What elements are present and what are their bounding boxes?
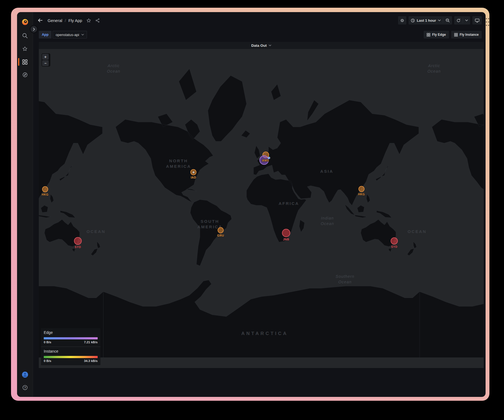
refresh-group [454, 16, 470, 24]
map-marker-iad-inner-dot [193, 171, 195, 173]
map-marker-ams[interactable] [259, 155, 269, 165]
map-marker-hkg[interactable] [358, 186, 365, 192]
main-area: General / Fly App [33, 12, 486, 397]
window-frame: ? General / Fly App [11, 8, 489, 401]
sidebar-item-dashboards[interactable] [17, 59, 33, 65]
apps-grid-icon [427, 33, 430, 37]
map-marker-label-hkg-west: HKG [42, 193, 49, 196]
avatar-icon [22, 371, 28, 378]
link-label: Fly Edge [432, 33, 446, 37]
geomap-panel: Data Out Arctic OceanArctic OceanNORTH A… [39, 42, 484, 368]
variable-value-text: openstatus-api [56, 33, 79, 37]
map-marker-jnb[interactable] [282, 229, 290, 237]
map-marker-ams-edge[interactable] [268, 157, 270, 159]
legend-instance: Instance0 B/s34.3 kB/s [41, 347, 100, 365]
back-button[interactable] [37, 17, 43, 23]
chevron-down-icon [269, 45, 271, 46]
zoom-out-button[interactable]: − [42, 60, 49, 66]
template-variable-app: App openstatus-api [39, 31, 87, 39]
desktop-background: ? General / Fly App [0, 0, 504, 420]
dashboard-subbar: App openstatus-api Fly Edge [33, 29, 486, 41]
dashboard-links: Fly Edge Fly Instance [424, 31, 482, 39]
star-outline-icon [86, 18, 91, 23]
legend-minmax: 0 B/s7.21 kB/s [44, 341, 98, 344]
map-marker-syd[interactable] [391, 237, 398, 245]
legend-title: Instance [44, 349, 98, 353]
time-range-label: Last 1 hour [417, 18, 436, 23]
time-zoom-out-button[interactable] [443, 16, 452, 24]
share-button[interactable] [95, 18, 100, 23]
breadcrumb-separator: / [65, 18, 66, 23]
legend-min: 0 B/s [44, 359, 51, 363]
variable-value-dropdown[interactable]: openstatus-api [53, 31, 87, 39]
map-marker-hkg-west[interactable] [42, 186, 48, 192]
sidebar-item-starred[interactable] [17, 46, 33, 51]
breadcrumb-folder[interactable]: General [48, 18, 62, 23]
refresh-icon [456, 18, 461, 23]
link-fly-instance[interactable]: Fly Instance [451, 31, 482, 39]
gear-icon [400, 18, 404, 23]
map-marker-label-hkg: HKG [358, 193, 365, 196]
chevron-down-icon [81, 34, 84, 35]
link-label: Fly Instance [460, 33, 479, 37]
star-icon [22, 46, 28, 51]
legend-title: Edge [44, 330, 98, 335]
sidebar-item-help[interactable]: ? [17, 385, 33, 390]
apps-grid-icon [454, 33, 458, 37]
dashboards-grid-icon [22, 59, 28, 65]
legend-minmax: 0 B/s34.3 kB/s [44, 359, 98, 363]
legend-edge: Edge0 B/s7.21 kB/s [41, 328, 100, 347]
map-zoom-controls: + − [42, 53, 50, 67]
grafana-logo-icon [21, 18, 29, 26]
grafana-window: ? General / Fly App [17, 12, 486, 397]
sidebar-user-avatar[interactable] [17, 371, 33, 378]
legend-max: 7.21 kB/s [84, 341, 98, 344]
time-range-button[interactable]: Last 1 hour [409, 16, 443, 24]
sidebar-item-search[interactable] [17, 33, 33, 39]
refresh-button[interactable] [454, 16, 463, 24]
map-legend: Edge0 B/s7.21 kB/sInstance0 B/s34.3 kB/s [41, 328, 100, 365]
breadcrumb: General / Fly App [48, 18, 82, 23]
clock-icon [411, 18, 415, 23]
frame-grip-dots [486, 18, 489, 26]
world-map[interactable]: Arctic OceanArctic OceanNORTH AMERICAASI… [39, 49, 484, 368]
header-toolbar: Last 1 hour [398, 16, 482, 24]
map-marker-label-syd: SYD [391, 245, 397, 248]
legend-max: 34.3 kB/s [84, 359, 98, 363]
sidebar-expand-button[interactable] [30, 25, 38, 33]
breadcrumb-dashboard-title: Fly App [69, 18, 82, 23]
map-marker-label-iad: IAD [191, 176, 196, 179]
search-icon [22, 33, 28, 39]
map-marker-label-jnb: JNB [283, 238, 289, 241]
legend-gradient-bar [44, 356, 98, 358]
favorite-star-button[interactable] [86, 18, 91, 23]
sidebar: ? [17, 12, 33, 397]
legend-min: 0 B/s [44, 341, 51, 344]
chevron-right-icon [33, 28, 35, 31]
monitor-icon [475, 18, 480, 23]
arrow-left-icon [37, 17, 43, 23]
grafana-logo[interactable] [17, 18, 33, 26]
map-marker-gru[interactable] [218, 227, 224, 233]
map-marker-label-gru: GRU [217, 234, 224, 237]
refresh-interval-dropdown[interactable] [463, 16, 470, 24]
sidebar-item-explore[interactable] [17, 72, 33, 78]
svg-text:?: ? [24, 386, 26, 389]
help-icon: ? [22, 385, 28, 390]
chevron-down-icon [438, 20, 441, 21]
share-icon [95, 18, 100, 23]
compass-icon [22, 72, 28, 78]
dashboard-settings-button[interactable] [398, 16, 406, 24]
map-marker-syd-west[interactable] [74, 237, 82, 245]
time-picker-group: Last 1 hour [409, 16, 452, 24]
zoom-in-button[interactable]: + [42, 54, 49, 60]
map-marker-label-syd-west: SYD [75, 245, 81, 249]
magnifier-minus-icon [445, 18, 450, 23]
panel-title: Data Out [251, 43, 267, 48]
legend-gradient-bar [44, 337, 98, 339]
tv-mode-button[interactable] [472, 16, 482, 24]
panel-header-menu[interactable]: Data Out [39, 42, 484, 49]
variable-label: App [39, 31, 51, 39]
map-marker-layer: HKGSYDIADGRUAMSJNBHKGSYD [39, 49, 484, 368]
link-fly-edge[interactable]: Fly Edge [424, 31, 449, 39]
